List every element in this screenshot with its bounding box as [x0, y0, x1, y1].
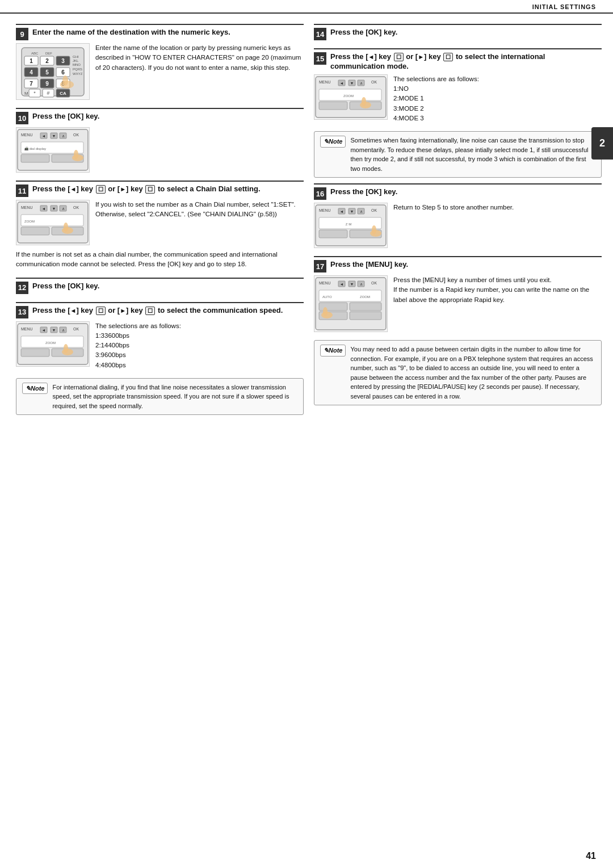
panel-svg-13: MENU OK ◄ ▼ ∧ ZOOM [16, 322, 89, 366]
svg-text:CA: CA [60, 91, 66, 96]
svg-text:∧: ∧ [360, 209, 363, 213]
key-sym-right-11: ☐ [145, 185, 155, 194]
step-15-number: 15 [314, 52, 326, 65]
svg-text:ZOOM: ZOOM [360, 295, 370, 299]
svg-text:▼: ▼ [350, 209, 354, 213]
svg-text:∧: ∧ [62, 134, 65, 138]
svg-text:OK: OK [73, 133, 79, 137]
svg-text:ZOOM: ZOOM [45, 341, 56, 345]
svg-text:◄: ◄ [42, 134, 46, 138]
step-10-title: Press the [OK] key. [32, 112, 99, 121]
svg-text:ZOOM: ZOOM [24, 220, 35, 223]
svg-text:MENU: MENU [319, 281, 331, 285]
step-15-text: The selections are as follows: 1:NO 2:MO… [393, 74, 602, 123]
panel-svg-16: MENU OK ◄ ▼ ∧ Z M [314, 204, 387, 247]
step-16-text: Return to Step 5 to store another number… [393, 203, 602, 212]
step-14: 14 Press the [OK] key. [314, 24, 602, 40]
svg-text:M: M [24, 91, 28, 96]
svg-text:◄: ◄ [340, 209, 344, 213]
svg-text:MENU: MENU [21, 327, 33, 331]
svg-text:DEF: DEF [45, 52, 52, 55]
svg-point-49 [74, 150, 78, 159]
step-11-text: If you wish to set the number as a Chain… [95, 200, 304, 220]
svg-rect-106 [319, 230, 347, 238]
svg-text:▼: ▼ [350, 81, 354, 85]
key-sym-left-11: ☐ [96, 185, 106, 194]
step-16-number: 16 [314, 187, 326, 200]
svg-point-64 [64, 223, 68, 232]
right-column: 14 Press the [OK] key. 15 Press the [◄] … [314, 24, 602, 421]
svg-text:Z M: Z M [346, 223, 351, 226]
step-11-header: 11 Press the [◄] key ☐ or [►] key ☐ to s… [16, 181, 304, 197]
step-13-body: MENU OK ◄ ▼ ∧ ZOOM [16, 321, 304, 370]
svg-text:4: 4 [30, 69, 33, 76]
numeric-keypad-svg: ABC DEF 1 2 3 GHIJKLMNO 4 [19, 45, 87, 99]
svg-text:2: 2 [45, 58, 49, 64]
svg-rect-125 [350, 312, 381, 320]
step-17-title: Press the [MENU] key. [330, 260, 408, 270]
step-15: 15 Press the [◄] key ☐ or [►] key ☐ to s… [314, 48, 602, 123]
step-10: 10 Press the [OK] key. MENU OK ◄ ▼ ∧ [16, 108, 304, 173]
svg-text:MENU: MENU [21, 206, 33, 209]
svg-rect-76 [21, 349, 49, 357]
key-sym-left-15: ☐ [394, 53, 404, 61]
step-17-header: 17 Press the [MENU] key. [314, 256, 602, 272]
svg-text:9: 9 [45, 81, 49, 87]
svg-text:JKL: JKL [73, 59, 79, 62]
svg-text:◄: ◄ [340, 81, 344, 85]
step-9-header: 9 Enter the name of the destination with… [16, 24, 304, 40]
svg-rect-122 [319, 303, 347, 311]
svg-text:∧: ∧ [360, 81, 363, 85]
svg-point-127 [323, 307, 328, 316]
svg-text:#: # [47, 90, 49, 96]
svg-point-94 [362, 97, 366, 106]
step-13-note: ✎Note For international dialing, if you … [16, 378, 304, 416]
svg-text:∧: ∧ [62, 207, 65, 211]
step-15-note: ✎Note Sometimes when faxing internationa… [314, 131, 602, 178]
left-column: 9 Enter the name of the destination with… [16, 24, 304, 421]
step-11-number: 11 [16, 184, 28, 197]
svg-text:∧: ∧ [62, 328, 65, 332]
svg-point-34 [62, 76, 68, 86]
step-15-image: MENU OK ◄ ▼ ∧ ZOOM [314, 74, 388, 120]
panel-svg-11: MENU OK ◄ ▼ ∧ ZOOM [16, 201, 89, 244]
step-14-header: 14 Press the [OK] key. [314, 24, 602, 40]
step-10-image: MENU OK ◄ ▼ ∧ 📠 dial display [16, 127, 90, 173]
step-17-number: 17 [314, 260, 326, 272]
svg-text:▼: ▼ [52, 134, 56, 138]
header-title: INITIAL SETTINGS [532, 3, 596, 10]
step-16-image: MENU OK ◄ ▼ ∧ Z M [314, 203, 388, 248]
svg-rect-123 [350, 303, 381, 311]
step-11-body: MENU OK ◄ ▼ ∧ ZOOM [16, 200, 304, 245]
svg-text:AUTO: AUTO [322, 295, 332, 299]
key-sym-right-15: ☐ [443, 53, 453, 61]
panel-svg-17: MENU OK ◄ ▼ ∧ AUTO ZOOM [314, 276, 387, 331]
step-9-number: 9 [16, 28, 28, 40]
main-content: 9 Enter the name of the destination with… [0, 14, 613, 426]
step-9-title: Enter the name of the destination with t… [32, 28, 230, 37]
step-12-header: 12 Press the [OK] key. [16, 278, 304, 294]
svg-text:*: * [33, 90, 36, 96]
svg-rect-61 [21, 227, 49, 235]
svg-text:7: 7 [30, 81, 33, 87]
svg-rect-91 [319, 102, 347, 110]
panel-svg-15: MENU OK ◄ ▼ ∧ ZOOM [314, 76, 387, 119]
svg-text:OK: OK [371, 208, 377, 212]
svg-text:MNO: MNO [73, 63, 81, 66]
step-14-number: 14 [314, 28, 326, 40]
step-10-number: 10 [16, 112, 28, 124]
step-11-image: MENU OK ◄ ▼ ∧ ZOOM [16, 200, 90, 245]
svg-text:6: 6 [61, 69, 65, 76]
step-13: 13 Press the [◄] key ☐ or [►] key ☐ to s… [16, 302, 304, 370]
svg-text:PQRS: PQRS [73, 68, 82, 71]
step-9-body: ABC DEF 1 2 3 GHIJKLMNO 4 [16, 43, 304, 100]
step-14-title: Press the [OK] key. [330, 28, 397, 37]
svg-text:ABC: ABC [31, 52, 39, 55]
key-sym-left-13: ☐ [96, 307, 106, 315]
step-13-image: MENU OK ◄ ▼ ∧ ZOOM [16, 321, 90, 367]
step-15-title: Press the [◄] key ☐ or [►] key ☐ to sele… [330, 52, 602, 72]
step-13-title: Press the [◄] key ☐ or [►] key ☐ to sele… [32, 306, 283, 316]
svg-text:OK: OK [73, 206, 79, 209]
svg-text:◄: ◄ [340, 282, 344, 286]
svg-text:GHI: GHI [73, 55, 79, 58]
